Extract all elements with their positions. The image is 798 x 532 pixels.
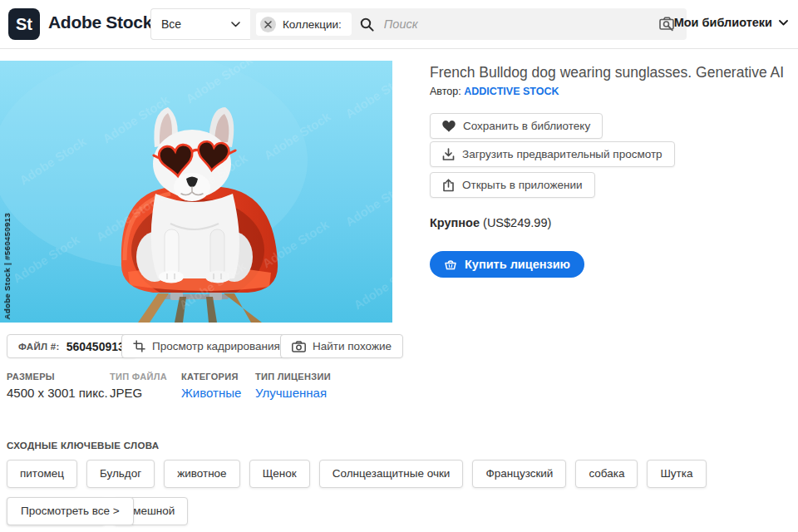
my-libraries-menu[interactable]: Мои библиотеки — [674, 16, 788, 29]
heart-icon — [442, 121, 456, 132]
file-id-label: ФАЙЛ #: — [18, 342, 60, 352]
file-id-number: 560450913 — [66, 340, 125, 353]
download-icon — [442, 148, 455, 161]
buy-button-label: Купить лицензию — [465, 258, 570, 271]
meta-filetype-value: JPEG — [110, 386, 167, 400]
scope-label: Все — [161, 17, 181, 31]
adobe-stock-logo-icon[interactable]: St — [8, 8, 40, 40]
price-row: Крупное (US$249.99) — [430, 216, 551, 229]
save-to-library-button[interactable]: Сохранить в библиотеку — [430, 113, 603, 139]
asset-id-watermark: Adobe Stock | #560450913 — [2, 213, 12, 319]
cart-icon — [444, 258, 457, 271]
open-in-app-icon — [442, 179, 455, 192]
search-input[interactable] — [382, 17, 651, 32]
asset-title: French Bulldog dog wearing sunglasses. G… — [430, 64, 796, 81]
collections-filter-chip[interactable]: Коллекции: — [256, 12, 352, 36]
search-field-area: Коллекции: — [250, 8, 687, 40]
download-button-label: Загрузить предварительный просмотр — [462, 148, 663, 160]
top-bar: St Adobe Stock Все Коллекции: — [0, 0, 798, 49]
meta-category: КАТЕГОРИЯ Животные — [181, 372, 241, 400]
camera-icon — [292, 341, 306, 352]
my-libraries-label: Мои библиотеки — [674, 16, 772, 29]
meta-filetype-label: ТИП ФАЙЛА — [110, 372, 167, 382]
search-bar: Все Коллекции: — [150, 8, 687, 40]
meta-dimensions-label: РАЗМЕРЫ — [7, 372, 108, 382]
author-link[interactable]: ADDICTIVE STOCK — [464, 86, 559, 97]
brand-title: Adobe Stock — [48, 12, 152, 32]
file-id-box: ФАЙЛ #: 560450913 — [7, 334, 136, 358]
keyword-chip[interactable]: Бульдог — [86, 460, 155, 488]
author-row: Автор: ADDICTIVE STOCK — [430, 86, 559, 97]
price-value: (US$249.99) — [483, 216, 551, 229]
find-similar-button[interactable]: Найти похожие — [280, 334, 403, 358]
keyword-chip[interactable]: животное — [164, 460, 239, 488]
chevron-down-icon — [231, 22, 240, 27]
logo-monogram: St — [16, 15, 32, 34]
search-icon — [360, 17, 374, 32]
meta-license: ТИП ЛИЦЕНЗИИ Улучшенная — [255, 372, 331, 400]
keyword-chip[interactable]: Щенок — [249, 460, 310, 488]
download-preview-button[interactable]: Загрузить предварительный просмотр — [430, 141, 675, 167]
meta-category-link[interactable]: Животные — [181, 386, 241, 400]
keyword-chip[interactable]: питомец — [7, 460, 77, 488]
open-button-label: Открыть в приложении — [462, 179, 583, 191]
keyword-chip[interactable]: Шутка — [647, 460, 706, 488]
open-in-app-button[interactable]: Открыть в приложении — [430, 172, 595, 198]
asset-preview-image[interactable]: Adobe Stock Adobe Stock Adobe Stock Adob… — [0, 61, 392, 323]
keyword-chip[interactable]: Французский — [472, 460, 566, 488]
view-crops-label: Просмотр кадрирования — [152, 340, 280, 352]
buy-license-button[interactable]: Купить лицензию — [430, 251, 584, 278]
meta-license-link[interactable]: Улучшенная — [255, 386, 331, 400]
keywords-heading: СХОДНЫЕ КЛЮЧЕВЫЕ СЛОВА — [7, 441, 159, 451]
chevron-down-icon — [779, 20, 788, 26]
save-button-label: Сохранить в библиотеку — [463, 120, 590, 132]
view-all-keywords-button[interactable]: Просмотреть все > — [7, 497, 134, 525]
keyword-chip[interactable]: Солнцезащитные очки — [319, 460, 464, 488]
size-label: Крупное — [430, 216, 480, 229]
meta-category-label: КАТЕГОРИЯ — [181, 372, 241, 382]
bulldog-on-chair-illustration: Adobe Stock Adobe Stock Adobe Stock Adob… — [0, 61, 392, 323]
find-similar-label: Найти похожие — [313, 340, 392, 352]
meta-dimensions-value: 4500 x 3001 пикс. — [7, 386, 108, 400]
meta-filetype: ТИП ФАЙЛА JPEG — [110, 372, 167, 400]
view-crops-button[interactable]: Просмотр кадрирования — [121, 334, 292, 358]
crop-icon — [133, 340, 145, 352]
meta-dimensions: РАЗМЕРЫ 4500 x 3001 пикс. — [7, 372, 108, 400]
author-label: Автор: — [430, 86, 461, 97]
clear-filter-icon[interactable] — [260, 17, 276, 32]
search-scope-dropdown[interactable]: Все — [150, 8, 250, 40]
keyword-chip[interactable]: собака — [575, 460, 638, 488]
meta-license-label: ТИП ЛИЦЕНЗИИ — [255, 372, 331, 382]
collections-chip-label: Коллекции: — [283, 18, 342, 31]
